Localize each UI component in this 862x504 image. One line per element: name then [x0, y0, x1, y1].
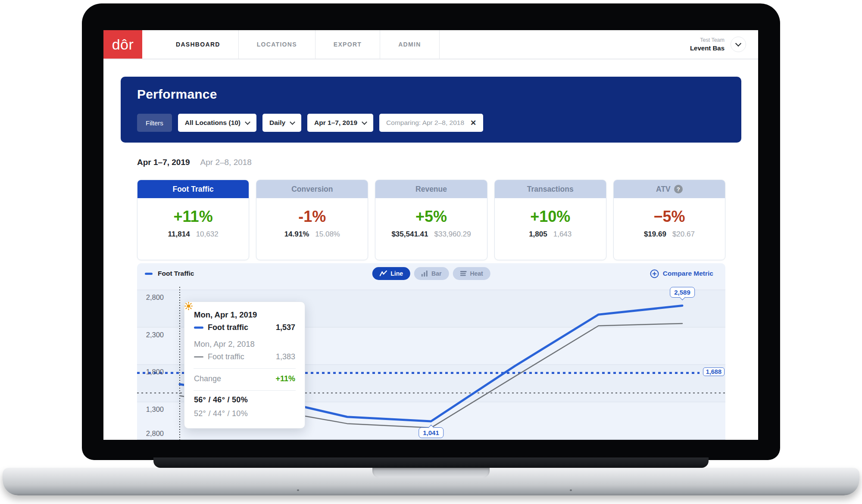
laptop-notch — [372, 468, 490, 478]
metric-label: Transactions — [527, 185, 574, 194]
locations-dropdown[interactable]: All Locations (10) — [178, 114, 256, 132]
metric-label: Revenue — [415, 185, 447, 194]
chevron-down-icon — [245, 119, 250, 125]
tab-admin[interactable]: ADMIN — [380, 30, 439, 59]
date-range-dropdown[interactable]: Apr 1–7, 2019 — [307, 114, 373, 132]
laptop-base — [3, 468, 859, 495]
metric-card-header[interactable]: Foot Traffic — [137, 180, 249, 198]
metric-cards: Foot Traffic +11% 11,81410,632 Conversio… — [137, 180, 725, 260]
comparing-chip[interactable]: Comparing: Apr 2–8, 2018 ✕ — [379, 114, 483, 132]
tooltip-divider — [194, 390, 296, 391]
point-value-bubble: 1,041 — [419, 427, 443, 438]
close-icon[interactable]: ✕ — [470, 119, 476, 127]
y-axis-tick: 2,800 — [142, 293, 164, 302]
help-icon[interactable]: ? — [674, 185, 683, 193]
chevron-down-icon — [735, 40, 741, 47]
chart-panel: Foot Traffic Line Bar Heat — [137, 263, 725, 440]
metric-card-transactions[interactable]: Transactions +10% 1,8051,643 — [494, 180, 606, 260]
metric-card-header[interactable]: ATV ? — [614, 180, 725, 198]
metric-card-body: +11% 11,81410,632 — [137, 208, 249, 260]
circle-plus-icon — [650, 269, 659, 278]
laptop-hinge — [153, 457, 709, 468]
metric-card-atv[interactable]: ATV ? −5% $19.69$20.67 — [613, 180, 725, 260]
tooltip-value-comparison: 1,383 — [276, 352, 295, 361]
performance-banner: Performance Filters All Locations (10) D… — [121, 77, 741, 143]
metric-card-body: +5% $35,541.41$33,960.29 — [375, 208, 487, 260]
tab-export[interactable]: EXPORT — [315, 30, 380, 59]
compare-metric-button[interactable]: Compare Metric — [650, 269, 713, 278]
metric-card-revenue[interactable]: Revenue +5% $35,541.41$33,960.29 — [375, 180, 487, 260]
tab-locations[interactable]: LOCATIONS — [239, 30, 315, 59]
page-title: Performance — [137, 87, 741, 102]
filters-button[interactable]: Filters — [137, 114, 172, 132]
metric-previous-value: 10,632 — [196, 230, 219, 239]
tooltip-divider — [194, 368, 296, 369]
metric-card-conversion[interactable]: Conversion -1% 14.91%15.08% — [256, 180, 368, 260]
metric-card-body: −5% $19.69$20.67 — [614, 208, 725, 260]
mode-heat-button[interactable]: Heat — [453, 267, 490, 280]
line-chart-plot[interactable]: 2,8002,3001,8001,3002,800 1,688 Mon, Apr… — [137, 284, 725, 440]
filter-row: Filters All Locations (10) Daily Apr 1–7… — [137, 114, 483, 132]
metric-change: -1% — [256, 208, 368, 226]
user-info: Test Team Levent Bas — [690, 37, 725, 52]
mode-line-button[interactable]: Line — [372, 267, 410, 280]
metric-card-header[interactable]: Revenue — [375, 180, 487, 198]
metric-label: Conversion — [291, 185, 333, 194]
chevron-down-icon — [290, 119, 295, 125]
granularity-dropdown-label: Daily — [269, 119, 285, 127]
metric-card-header[interactable]: Transactions — [495, 180, 606, 198]
legend-line-swatch — [145, 273, 153, 275]
tooltip-series-comparison: Foot traffic — [208, 352, 244, 361]
metric-current-value: $35,541.41 — [391, 230, 428, 239]
point-value-bubble: 2,589 — [670, 287, 695, 298]
y-axis-tick: 1,300 — [142, 405, 164, 414]
tooltip-change-value: +11% — [275, 374, 295, 383]
current-series-swatch — [194, 327, 203, 329]
metric-change: +11% — [137, 208, 249, 226]
metric-label: ATV — [656, 185, 671, 194]
nav-tabs: DASHBOARD LOCATIONS EXPORT ADMIN — [159, 30, 440, 59]
tooltip-date-current: Mon, Apr 1, 2019 — [194, 310, 295, 320]
mode-heat-label: Heat — [470, 270, 483, 277]
y-axis-tick: 1,800 — [142, 368, 164, 376]
granularity-dropdown[interactable]: Daily — [262, 114, 301, 132]
metric-change: +5% — [375, 208, 487, 226]
period-current: Apr 1–7, 2019 — [137, 158, 190, 167]
weather-current: 56° / 46° / 50% — [194, 395, 248, 404]
chart-legend: Foot Traffic — [145, 270, 194, 277]
metric-card-foot-traffic[interactable]: Foot Traffic +11% 11,81410,632 — [137, 180, 249, 260]
top-nav: dôr DASHBOARD LOCATIONS EXPORT ADMIN Tes… — [103, 30, 758, 59]
tooltip-value-current: 1,537 — [276, 323, 295, 332]
metric-change: +10% — [495, 208, 606, 226]
metric-previous-value: 1,643 — [553, 230, 572, 239]
bar-chart-icon — [422, 271, 428, 277]
average-line-label: 1,688 — [703, 367, 725, 376]
user-menu[interactable]: Test Team Levent Bas — [690, 30, 758, 59]
app-logo[interactable]: dôr — [103, 30, 142, 59]
metric-card-header[interactable]: Conversion — [256, 180, 368, 198]
mode-bar-button[interactable]: Bar — [414, 267, 449, 280]
date-range-label: Apr 1–7, 2019 — [314, 119, 357, 127]
heat-chart-icon — [460, 271, 466, 276]
sun-icon — [184, 302, 193, 310]
user-name: Levent Bas — [690, 44, 725, 52]
chart-header: Foot Traffic Line Bar Heat — [137, 263, 725, 284]
tooltip-series-current: Foot traffic — [208, 323, 248, 332]
base-dot — [297, 489, 299, 491]
metric-label: Foot Traffic — [172, 185, 213, 194]
line-chart-icon — [379, 271, 387, 277]
compare-metric-label: Compare Metric — [663, 270, 713, 277]
metric-current-value: 14.91% — [284, 230, 309, 239]
chevron-down-icon — [362, 119, 367, 125]
tab-dashboard[interactable]: DASHBOARD — [159, 30, 239, 59]
period-row: Apr 1–7, 2019 Apr 2–8, 2018 — [137, 158, 252, 167]
metric-card-body: +10% 1,8051,643 — [495, 208, 606, 260]
y-axis-tick: 2,800 — [142, 429, 164, 438]
y-axis-tick: 2,300 — [142, 331, 164, 339]
chart-tooltip: Mon, Apr 1, 2019 Foot traffic 1,537 Mon,… — [184, 302, 305, 429]
metric-current-value: 11,814 — [168, 230, 190, 239]
tooltip-change-label: Change — [194, 374, 221, 383]
weather-comparison: 52° / 44° / 10% — [194, 409, 248, 418]
metric-current-value: $19.69 — [644, 230, 666, 239]
user-menu-button[interactable] — [731, 37, 746, 52]
